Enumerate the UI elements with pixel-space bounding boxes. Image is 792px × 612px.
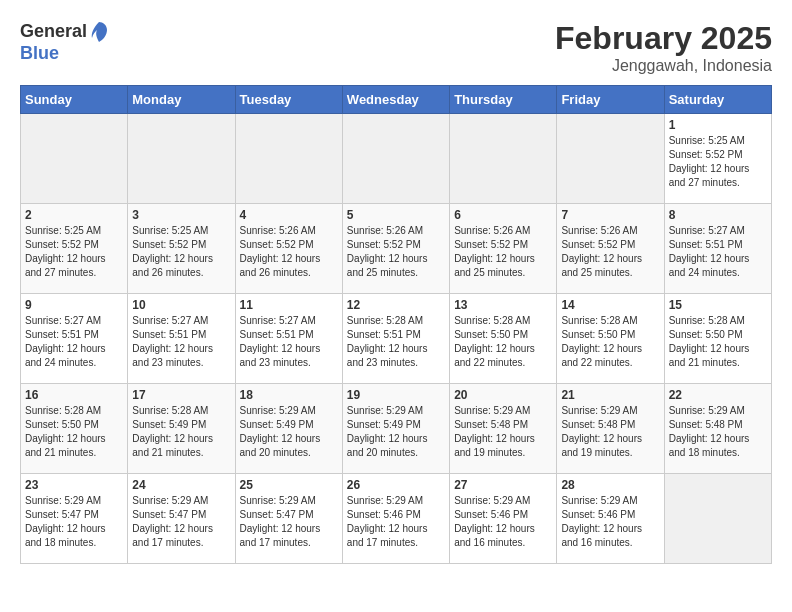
day-number: 27	[454, 478, 552, 492]
day-info: Sunrise: 5:29 AM Sunset: 5:47 PM Dayligh…	[25, 494, 123, 550]
day-number: 2	[25, 208, 123, 222]
day-info: Sunrise: 5:28 AM Sunset: 5:50 PM Dayligh…	[25, 404, 123, 460]
day-info: Sunrise: 5:29 AM Sunset: 5:49 PM Dayligh…	[347, 404, 445, 460]
calendar-cell: 12Sunrise: 5:28 AM Sunset: 5:51 PM Dayli…	[342, 294, 449, 384]
location-subtitle: Jenggawah, Indonesia	[555, 57, 772, 75]
calendar-cell: 24Sunrise: 5:29 AM Sunset: 5:47 PM Dayli…	[128, 474, 235, 564]
day-info: Sunrise: 5:26 AM Sunset: 5:52 PM Dayligh…	[240, 224, 338, 280]
calendar-cell: 28Sunrise: 5:29 AM Sunset: 5:46 PM Dayli…	[557, 474, 664, 564]
day-number: 4	[240, 208, 338, 222]
logo-blue: Blue	[20, 44, 109, 64]
weekday-header-saturday: Saturday	[664, 86, 771, 114]
day-number: 18	[240, 388, 338, 402]
calendar-cell: 11Sunrise: 5:27 AM Sunset: 5:51 PM Dayli…	[235, 294, 342, 384]
calendar-week-row: 9Sunrise: 5:27 AM Sunset: 5:51 PM Daylig…	[21, 294, 772, 384]
calendar-cell: 20Sunrise: 5:29 AM Sunset: 5:48 PM Dayli…	[450, 384, 557, 474]
weekday-header-monday: Monday	[128, 86, 235, 114]
calendar-week-row: 23Sunrise: 5:29 AM Sunset: 5:47 PM Dayli…	[21, 474, 772, 564]
day-number: 6	[454, 208, 552, 222]
calendar-week-row: 1Sunrise: 5:25 AM Sunset: 5:52 PM Daylig…	[21, 114, 772, 204]
day-info: Sunrise: 5:29 AM Sunset: 5:47 PM Dayligh…	[132, 494, 230, 550]
day-number: 12	[347, 298, 445, 312]
day-info: Sunrise: 5:28 AM Sunset: 5:51 PM Dayligh…	[347, 314, 445, 370]
calendar-header-row: SundayMondayTuesdayWednesdayThursdayFrid…	[21, 86, 772, 114]
calendar-cell: 17Sunrise: 5:28 AM Sunset: 5:49 PM Dayli…	[128, 384, 235, 474]
calendar-cell: 21Sunrise: 5:29 AM Sunset: 5:48 PM Dayli…	[557, 384, 664, 474]
page-header: General Blue February 2025 Jenggawah, In…	[20, 20, 772, 75]
calendar-cell: 7Sunrise: 5:26 AM Sunset: 5:52 PM Daylig…	[557, 204, 664, 294]
day-number: 11	[240, 298, 338, 312]
day-info: Sunrise: 5:26 AM Sunset: 5:52 PM Dayligh…	[454, 224, 552, 280]
day-info: Sunrise: 5:28 AM Sunset: 5:50 PM Dayligh…	[454, 314, 552, 370]
day-info: Sunrise: 5:29 AM Sunset: 5:49 PM Dayligh…	[240, 404, 338, 460]
calendar-cell: 6Sunrise: 5:26 AM Sunset: 5:52 PM Daylig…	[450, 204, 557, 294]
day-number: 26	[347, 478, 445, 492]
calendar-cell: 10Sunrise: 5:27 AM Sunset: 5:51 PM Dayli…	[128, 294, 235, 384]
month-year-title: February 2025	[555, 20, 772, 57]
logo-bird-icon	[89, 20, 109, 44]
calendar-cell: 9Sunrise: 5:27 AM Sunset: 5:51 PM Daylig…	[21, 294, 128, 384]
calendar-cell: 26Sunrise: 5:29 AM Sunset: 5:46 PM Dayli…	[342, 474, 449, 564]
day-info: Sunrise: 5:28 AM Sunset: 5:49 PM Dayligh…	[132, 404, 230, 460]
day-number: 15	[669, 298, 767, 312]
day-info: Sunrise: 5:27 AM Sunset: 5:51 PM Dayligh…	[132, 314, 230, 370]
day-number: 13	[454, 298, 552, 312]
day-info: Sunrise: 5:25 AM Sunset: 5:52 PM Dayligh…	[132, 224, 230, 280]
day-number: 22	[669, 388, 767, 402]
day-number: 25	[240, 478, 338, 492]
day-info: Sunrise: 5:29 AM Sunset: 5:46 PM Dayligh…	[561, 494, 659, 550]
calendar-cell: 18Sunrise: 5:29 AM Sunset: 5:49 PM Dayli…	[235, 384, 342, 474]
calendar-cell: 23Sunrise: 5:29 AM Sunset: 5:47 PM Dayli…	[21, 474, 128, 564]
calendar-cell: 14Sunrise: 5:28 AM Sunset: 5:50 PM Dayli…	[557, 294, 664, 384]
day-number: 1	[669, 118, 767, 132]
day-info: Sunrise: 5:29 AM Sunset: 5:47 PM Dayligh…	[240, 494, 338, 550]
day-info: Sunrise: 5:29 AM Sunset: 5:46 PM Dayligh…	[454, 494, 552, 550]
day-info: Sunrise: 5:29 AM Sunset: 5:48 PM Dayligh…	[454, 404, 552, 460]
day-number: 10	[132, 298, 230, 312]
day-number: 17	[132, 388, 230, 402]
day-info: Sunrise: 5:27 AM Sunset: 5:51 PM Dayligh…	[240, 314, 338, 370]
day-info: Sunrise: 5:27 AM Sunset: 5:51 PM Dayligh…	[25, 314, 123, 370]
day-info: Sunrise: 5:29 AM Sunset: 5:48 PM Dayligh…	[669, 404, 767, 460]
calendar-cell: 4Sunrise: 5:26 AM Sunset: 5:52 PM Daylig…	[235, 204, 342, 294]
logo: General Blue	[20, 20, 109, 64]
day-number: 5	[347, 208, 445, 222]
calendar-cell: 3Sunrise: 5:25 AM Sunset: 5:52 PM Daylig…	[128, 204, 235, 294]
day-info: Sunrise: 5:29 AM Sunset: 5:46 PM Dayligh…	[347, 494, 445, 550]
calendar-cell	[557, 114, 664, 204]
calendar-cell: 1Sunrise: 5:25 AM Sunset: 5:52 PM Daylig…	[664, 114, 771, 204]
day-info: Sunrise: 5:27 AM Sunset: 5:51 PM Dayligh…	[669, 224, 767, 280]
calendar-cell	[21, 114, 128, 204]
weekday-header-wednesday: Wednesday	[342, 86, 449, 114]
day-info: Sunrise: 5:25 AM Sunset: 5:52 PM Dayligh…	[25, 224, 123, 280]
day-info: Sunrise: 5:25 AM Sunset: 5:52 PM Dayligh…	[669, 134, 767, 190]
calendar-cell	[342, 114, 449, 204]
calendar-table: SundayMondayTuesdayWednesdayThursdayFrid…	[20, 85, 772, 564]
day-number: 9	[25, 298, 123, 312]
day-number: 14	[561, 298, 659, 312]
day-info: Sunrise: 5:28 AM Sunset: 5:50 PM Dayligh…	[669, 314, 767, 370]
day-info: Sunrise: 5:26 AM Sunset: 5:52 PM Dayligh…	[347, 224, 445, 280]
weekday-header-sunday: Sunday	[21, 86, 128, 114]
calendar-cell	[664, 474, 771, 564]
day-number: 24	[132, 478, 230, 492]
weekday-header-friday: Friday	[557, 86, 664, 114]
day-number: 8	[669, 208, 767, 222]
calendar-week-row: 2Sunrise: 5:25 AM Sunset: 5:52 PM Daylig…	[21, 204, 772, 294]
calendar-cell: 5Sunrise: 5:26 AM Sunset: 5:52 PM Daylig…	[342, 204, 449, 294]
calendar-cell: 16Sunrise: 5:28 AM Sunset: 5:50 PM Dayli…	[21, 384, 128, 474]
day-info: Sunrise: 5:29 AM Sunset: 5:48 PM Dayligh…	[561, 404, 659, 460]
weekday-header-tuesday: Tuesday	[235, 86, 342, 114]
calendar-cell: 27Sunrise: 5:29 AM Sunset: 5:46 PM Dayli…	[450, 474, 557, 564]
day-number: 23	[25, 478, 123, 492]
calendar-cell: 13Sunrise: 5:28 AM Sunset: 5:50 PM Dayli…	[450, 294, 557, 384]
title-block: February 2025 Jenggawah, Indonesia	[555, 20, 772, 75]
day-info: Sunrise: 5:28 AM Sunset: 5:50 PM Dayligh…	[561, 314, 659, 370]
calendar-cell	[450, 114, 557, 204]
calendar-cell	[235, 114, 342, 204]
weekday-header-thursday: Thursday	[450, 86, 557, 114]
day-number: 28	[561, 478, 659, 492]
calendar-cell: 15Sunrise: 5:28 AM Sunset: 5:50 PM Dayli…	[664, 294, 771, 384]
calendar-cell: 2Sunrise: 5:25 AM Sunset: 5:52 PM Daylig…	[21, 204, 128, 294]
day-number: 7	[561, 208, 659, 222]
